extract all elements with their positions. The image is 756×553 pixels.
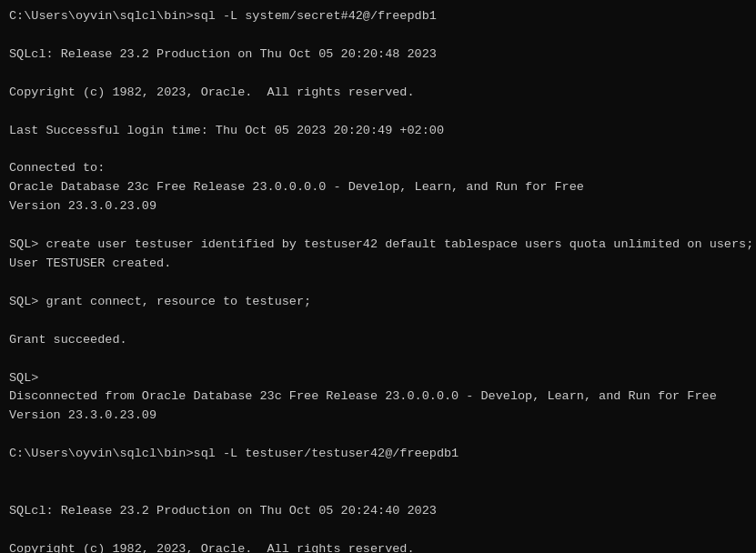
terminal-line-version2: Version 23.3.0.23.09 [9,407,747,426]
terminal-line-copyright2: Copyright (c) 1982, 2023, Oracle. All ri… [9,540,747,553]
terminal-line-connected: Connected to: [9,159,747,178]
terminal-line-blank12 [9,521,747,540]
terminal-line-blank4 [9,140,747,159]
terminal-line-sql1: SQL> create user testuser identified by … [9,236,747,255]
terminal-line-blank5 [9,216,747,236]
terminal-line-blank8 [9,350,747,369]
terminal-line-blank11 [9,483,747,502]
terminal-line-login: Last Successful login time: Thu Oct 05 2… [9,122,747,141]
terminal-line-release: SQLcl: Release 23.2 Production on Thu Oc… [9,45,747,65]
terminal-line-copyright: Copyright (c) 1982, 2023, Oracle. All ri… [9,84,747,103]
terminal-line-blank1 [9,26,747,45]
terminal-line-blank6 [9,274,747,293]
terminal-line-blank2 [9,65,747,84]
terminal-line-disconnected: Disconnected from Oracle Database 23c Fr… [9,387,747,407]
terminal-line-created: User TESTUSER created. [9,255,747,274]
terminal-line-blank7 [9,312,747,331]
terminal-window: C:\Users\oyvin\sqlcl\bin>sql -L system/s… [9,7,747,553]
terminal-line-blank3 [9,103,747,122]
terminal-line-sql2: SQL> grant connect, resource to testuser… [9,293,747,312]
terminal-line-grant: Grant succeeded. [9,331,747,350]
terminal-line-cmd2: C:\Users\oyvin\sqlcl\bin>sql -L testuser… [9,445,747,464]
terminal-line-version1: Version 23.3.0.23.09 [9,197,747,216]
terminal-line-sql3: SQL> [9,369,747,388]
terminal-line-cmd1: C:\Users\oyvin\sqlcl\bin>sql -L system/s… [9,7,747,26]
terminal-line-release2: SQLcl: Release 23.2 Production on Thu Oc… [9,502,747,521]
terminal-line-blank10 [9,464,747,483]
terminal-line-oracle1: Oracle Database 23c Free Release 23.0.0.… [9,178,747,197]
terminal-line-blank9 [9,426,747,445]
